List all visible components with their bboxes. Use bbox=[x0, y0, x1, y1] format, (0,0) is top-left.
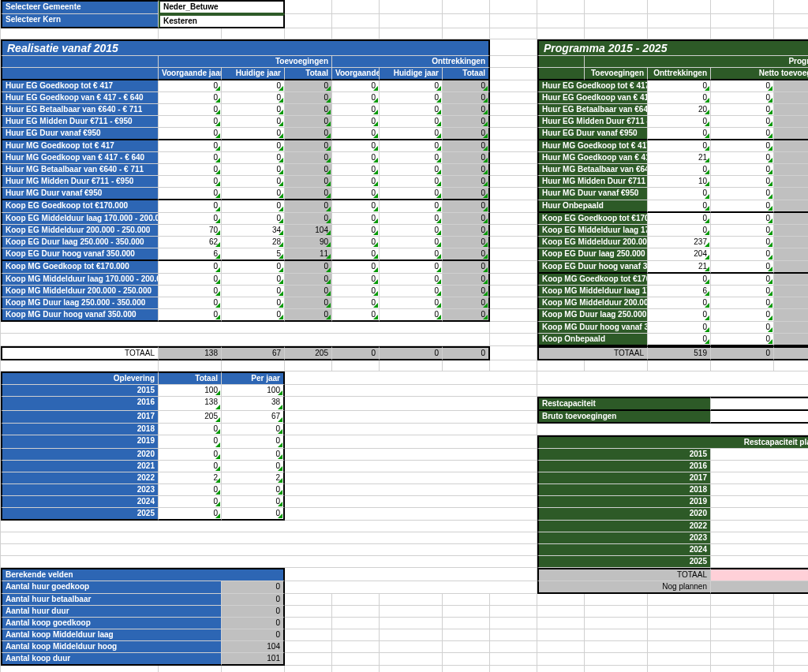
cell[interactable]: 0 bbox=[380, 237, 443, 248]
cell[interactable]: 21 bbox=[648, 261, 711, 274]
cell[interactable]: 0 bbox=[648, 200, 711, 213]
cell[interactable]: 0 bbox=[711, 225, 774, 237]
cell[interactable]: 0 bbox=[711, 286, 774, 297]
cell[interactable]: 0 bbox=[711, 80, 774, 92]
cell[interactable]: 0 bbox=[711, 104, 774, 116]
cell[interactable]: 0 bbox=[159, 297, 222, 309]
cell[interactable]: 0 bbox=[380, 140, 443, 152]
cell[interactable]: 0 bbox=[380, 261, 443, 274]
cell[interactable]: 0 bbox=[159, 116, 222, 128]
cell[interactable]: 67 bbox=[222, 411, 285, 424]
cell[interactable]: 0 bbox=[159, 508, 222, 521]
cell[interactable]: 0 bbox=[380, 297, 443, 309]
cell[interactable]: 0 bbox=[380, 286, 443, 297]
cell[interactable]: 2 bbox=[159, 472, 222, 484]
cell[interactable]: 20 bbox=[648, 104, 711, 116]
cell[interactable]: 5 bbox=[222, 248, 285, 261]
cell[interactable]: 10 bbox=[648, 176, 711, 188]
cell[interactable]: 0 bbox=[159, 286, 222, 297]
cell[interactable]: 0 bbox=[222, 213, 285, 225]
cell[interactable]: 28 bbox=[222, 237, 285, 248]
cell[interactable]: 0 bbox=[332, 286, 380, 297]
cell[interactable]: 0 bbox=[332, 225, 380, 237]
cell[interactable]: 38 bbox=[222, 397, 285, 411]
cell[interactable]: 2 bbox=[222, 472, 285, 484]
cell[interactable]: 0 bbox=[222, 176, 285, 188]
cell[interactable]: 0 bbox=[159, 200, 222, 213]
cell[interactable]: 0 bbox=[711, 248, 774, 261]
cell[interactable]: 0 bbox=[222, 92, 285, 104]
cell[interactable]: 0 bbox=[711, 213, 774, 225]
cell[interactable]: 0 bbox=[380, 274, 443, 286]
cell[interactable]: 0 bbox=[711, 200, 774, 213]
cell[interactable]: 0 bbox=[380, 225, 443, 237]
cell[interactable]: 0 bbox=[648, 92, 711, 104]
cell[interactable]: 0 bbox=[222, 449, 285, 461]
cell[interactable]: 0 bbox=[380, 128, 443, 140]
cell[interactable]: 0 bbox=[380, 213, 443, 225]
cell[interactable]: 0 bbox=[380, 80, 443, 92]
cell[interactable]: 0 bbox=[222, 424, 285, 435]
cell[interactable]: 0 bbox=[711, 309, 774, 322]
cell[interactable]: 0 bbox=[159, 496, 222, 508]
cell[interactable]: 0 bbox=[222, 274, 285, 286]
cell[interactable]: 0 bbox=[222, 261, 285, 274]
cell[interactable]: 62 bbox=[159, 237, 222, 248]
cell[interactable]: 0 bbox=[648, 80, 711, 92]
cell[interactable]: 0 bbox=[711, 449, 808, 461]
cell[interactable]: 0 bbox=[711, 176, 774, 188]
cell[interactable]: 0 bbox=[332, 297, 380, 309]
cell[interactable]: 43 bbox=[711, 484, 808, 496]
cell[interactable]: 70 bbox=[711, 508, 808, 521]
cell[interactable]: 0 bbox=[159, 128, 222, 140]
cell[interactable]: 0 bbox=[648, 297, 711, 309]
cell[interactable]: 0 bbox=[711, 334, 774, 346]
cell[interactable]: 0 bbox=[332, 116, 380, 128]
cell[interactable]: 0 bbox=[711, 261, 774, 274]
cell[interactable]: 0 bbox=[222, 104, 285, 116]
cell[interactable]: 0 bbox=[222, 116, 285, 128]
cell[interactable]: 0 bbox=[222, 461, 285, 472]
cell[interactable]: 0 bbox=[648, 274, 711, 286]
cell[interactable]: 0 bbox=[222, 164, 285, 176]
cell[interactable]: 0 bbox=[159, 176, 222, 188]
cell[interactable]: 0 bbox=[711, 544, 808, 556]
cell[interactable]: 0 bbox=[332, 274, 380, 286]
cell[interactable]: 0 bbox=[648, 213, 711, 225]
cell[interactable]: 0 bbox=[711, 461, 808, 472]
cell[interactable]: 0 bbox=[648, 334, 711, 346]
cell[interactable]: 0 bbox=[648, 164, 711, 176]
cell[interactable]: 0 bbox=[222, 188, 285, 200]
cell[interactable]: 0 bbox=[711, 152, 774, 164]
cell[interactable]: 0 bbox=[332, 237, 380, 248]
cell[interactable]: 0 bbox=[380, 92, 443, 104]
cell[interactable]: 0 bbox=[332, 128, 380, 140]
cell[interactable]: 0 bbox=[332, 140, 380, 152]
cell[interactable]: 0 bbox=[380, 152, 443, 164]
dropdown-kern[interactable]: Kesteren bbox=[159, 14, 285, 28]
cell[interactable]: 128 bbox=[711, 496, 808, 508]
cell[interactable]: 0 bbox=[159, 261, 222, 274]
cell[interactable]: 0 bbox=[648, 188, 711, 200]
cell[interactable]: 0 bbox=[332, 188, 380, 200]
cell[interactable]: 0 bbox=[711, 556, 808, 568]
cell[interactable]: 0 bbox=[222, 508, 285, 521]
cell[interactable]: 0 bbox=[159, 104, 222, 116]
cell[interactable]: 0 bbox=[222, 286, 285, 297]
cell[interactable]: 0 bbox=[159, 309, 222, 322]
cell[interactable]: 0 bbox=[159, 92, 222, 104]
cell[interactable]: 0 bbox=[222, 496, 285, 508]
cell[interactable]: 0 bbox=[222, 309, 285, 322]
cell[interactable]: 0 bbox=[380, 188, 443, 200]
cell[interactable]: 0 bbox=[159, 435, 222, 449]
cell[interactable]: 0 bbox=[711, 128, 774, 140]
cell[interactable]: 0 bbox=[222, 200, 285, 213]
cell[interactable]: 0 bbox=[332, 261, 380, 274]
cell[interactable]: 0 bbox=[159, 152, 222, 164]
cell[interactable]: 0 bbox=[159, 484, 222, 496]
cell[interactable]: 0 bbox=[222, 435, 285, 449]
cell[interactable]: 0 bbox=[648, 225, 711, 237]
cell[interactable]: 0 bbox=[222, 80, 285, 92]
cell[interactable]: 0 bbox=[332, 152, 380, 164]
cell[interactable]: 70 bbox=[159, 225, 222, 237]
